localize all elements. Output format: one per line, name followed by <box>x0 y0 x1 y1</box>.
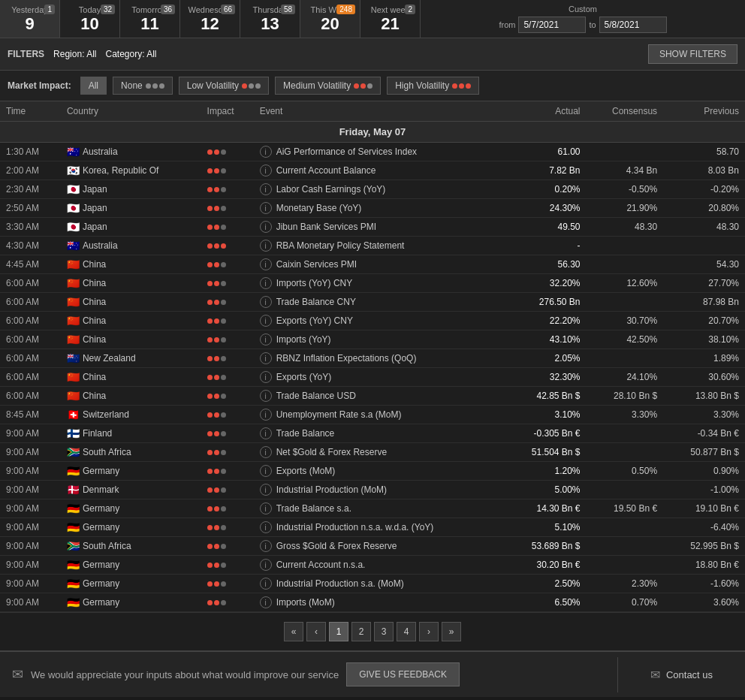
info-icon[interactable]: i <box>260 371 272 383</box>
cell-country: 🇩🇪 Germany <box>61 593 201 612</box>
nav-yesterday-badge: 1 <box>44 5 55 14</box>
impact-dots <box>207 149 248 155</box>
info-icon[interactable]: i <box>260 202 272 214</box>
cell-impact <box>201 255 254 274</box>
pagination: « ‹ 1 2 3 4 › » <box>0 612 745 650</box>
nav-next-week[interactable]: Next week 21 2 <box>360 0 421 38</box>
info-icon[interactable]: i <box>260 446 272 458</box>
nav-wednesday[interactable]: Wednesday 12 66 <box>180 0 240 38</box>
contact-us-section[interactable]: ✉ Contact us <box>617 657 745 692</box>
page-2-btn[interactable]: 2 <box>351 622 371 641</box>
cell-impact <box>201 161 254 180</box>
page-prev-btn[interactable]: ‹ <box>306 622 326 641</box>
info-icon[interactable]: i <box>260 578 272 590</box>
cell-country: 🇨🇳 China <box>61 368 201 387</box>
impact-dot <box>207 300 213 305</box>
country-name: China <box>83 391 106 401</box>
country-name: Korea, Republic Of <box>83 165 158 176</box>
impact-dot <box>221 243 226 249</box>
info-icon[interactable]: i <box>260 296 272 308</box>
custom-inputs: from to <box>499 17 666 33</box>
info-icon[interactable]: i <box>260 221 272 233</box>
impact-dot <box>214 168 219 173</box>
table-row: 4:30 AM 🇦🇺 Australia iRBA Monetary Polic… <box>0 237 745 255</box>
col-impact: Impact <box>201 101 254 122</box>
cell-actual: 32.20% <box>505 274 587 293</box>
info-icon[interactable]: i <box>260 390 272 402</box>
contact-text: Contact us <box>666 669 713 680</box>
cell-time: 2:00 AM <box>0 161 61 180</box>
dot-1 <box>242 83 247 89</box>
impact-high[interactable]: High Volatility <box>387 77 479 95</box>
info-icon[interactable]: i <box>260 315 272 327</box>
cell-country: 🇯🇵 Japan <box>61 180 201 199</box>
table-row: 6:00 AM 🇨🇳 China iTrade Balance USD 42.8… <box>0 387 745 406</box>
cell-consensus <box>587 255 664 274</box>
nav-thursday[interactable]: Thursday 13 58 <box>240 0 300 38</box>
low-dots <box>242 83 261 89</box>
info-icon[interactable]: i <box>260 258 272 270</box>
impact-dot <box>221 487 226 493</box>
from-date-input[interactable] <box>518 17 586 33</box>
medium-dots <box>354 83 372 89</box>
info-icon[interactable]: i <box>260 502 272 514</box>
nav-tomorrow[interactable]: Tomorrow 11 36 <box>120 0 180 38</box>
cell-impact <box>201 199 254 218</box>
info-icon[interactable]: i <box>260 427 272 439</box>
cell-consensus: -0.50% <box>587 180 664 199</box>
market-impact-bar: Market Impact: All None Low Volatility M… <box>0 71 745 101</box>
nav-wednesday-badge: 66 <box>221 5 235 14</box>
info-icon[interactable]: i <box>260 465 272 477</box>
page-next-btn[interactable]: › <box>419 622 439 641</box>
info-icon[interactable]: i <box>260 540 272 552</box>
impact-dot <box>214 506 219 511</box>
cell-impact <box>201 518 254 537</box>
info-icon[interactable]: i <box>260 521 272 533</box>
info-icon[interactable]: i <box>260 559 272 571</box>
info-icon[interactable]: i <box>260 183 272 195</box>
page-last-btn[interactable]: » <box>442 622 461 641</box>
page-first-btn[interactable]: « <box>284 622 303 641</box>
impact-dot <box>214 487 219 493</box>
cell-impact <box>201 274 254 293</box>
nav-this-week-badge: 248 <box>336 5 355 14</box>
nav-today[interactable]: Today 10 32 <box>60 0 120 38</box>
info-icon[interactable]: i <box>260 333 272 345</box>
impact-dot <box>207 487 213 493</box>
country-name: China <box>83 259 106 270</box>
impact-all[interactable]: All <box>80 77 107 95</box>
impact-low[interactable]: Low Volatility <box>179 77 269 95</box>
cell-country: 🇩🇪 Germany <box>61 575 201 593</box>
impact-dot <box>221 394 226 399</box>
country-name: Germany <box>83 560 119 570</box>
nav-yesterday[interactable]: Yesterday 9 1 <box>0 0 60 38</box>
cell-consensus: 0.70% <box>587 593 664 612</box>
info-icon[interactable]: i <box>260 352 272 364</box>
info-icon[interactable]: i <box>260 409 272 421</box>
cell-time: 6:00 AM <box>0 349 61 368</box>
info-icon[interactable]: i <box>260 146 272 158</box>
cell-previous: 3.30% <box>663 406 745 424</box>
info-icon[interactable]: i <box>260 277 272 289</box>
impact-dot <box>221 318 226 324</box>
info-icon[interactable]: i <box>260 596 272 608</box>
info-icon[interactable]: i <box>260 484 272 496</box>
cell-country: 🇨🇳 China <box>61 330 201 349</box>
impact-none[interactable]: None <box>113 77 173 95</box>
info-icon[interactable]: i <box>260 240 272 252</box>
page-3-btn[interactable]: 3 <box>374 622 394 641</box>
page-4-btn[interactable]: 4 <box>397 622 416 641</box>
page-1-btn[interactable]: 1 <box>329 622 348 641</box>
country-flag: 🇩🇪 <box>67 559 80 571</box>
feedback-button[interactable]: GIVE US FEEDBACK <box>346 662 460 686</box>
category-filter: Category: All <box>106 49 157 59</box>
impact-medium[interactable]: Medium Volatility <box>275 77 381 95</box>
nav-yesterday-label: Yesterday <box>11 5 48 14</box>
nav-this-week[interactable]: This Week 20 248 <box>300 0 360 38</box>
country-flag: 🇨🇳 <box>67 277 80 289</box>
show-filters-button[interactable]: SHOW FILTERS <box>648 44 737 64</box>
cell-event: iRBA Monetary Policy Statement <box>254 237 505 255</box>
col-time: Time <box>0 101 61 122</box>
to-date-input[interactable] <box>599 17 667 33</box>
info-icon[interactable]: i <box>260 164 272 177</box>
